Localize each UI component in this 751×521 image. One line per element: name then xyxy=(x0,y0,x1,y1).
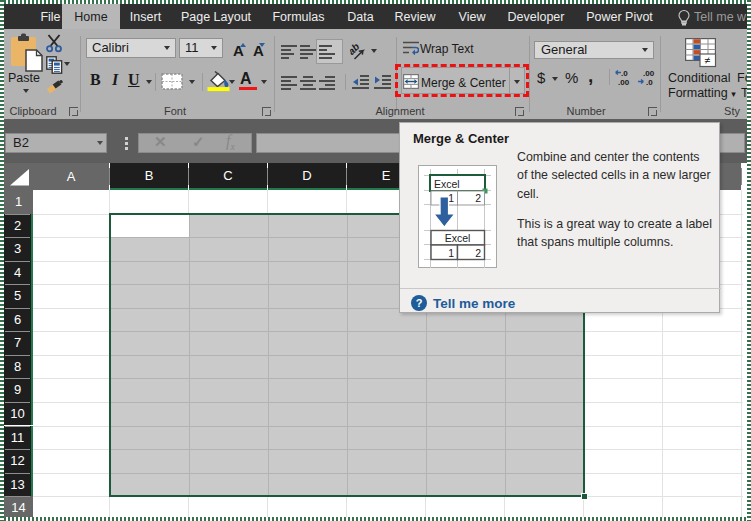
svg-text:1: 1 xyxy=(448,247,454,259)
svg-text:2: 2 xyxy=(475,192,481,204)
svg-text:.00: .00 xyxy=(618,78,630,86)
svg-text:Excel: Excel xyxy=(434,178,460,190)
svg-text:.0: .0 xyxy=(621,69,628,78)
svg-text:Excel: Excel xyxy=(445,232,471,244)
svg-text:?: ? xyxy=(416,297,423,309)
svg-text:.00: .00 xyxy=(643,69,655,78)
svg-text:2: 2 xyxy=(475,247,481,259)
svg-text:≠: ≠ xyxy=(705,54,711,66)
svg-text:.0: .0 xyxy=(646,78,653,86)
